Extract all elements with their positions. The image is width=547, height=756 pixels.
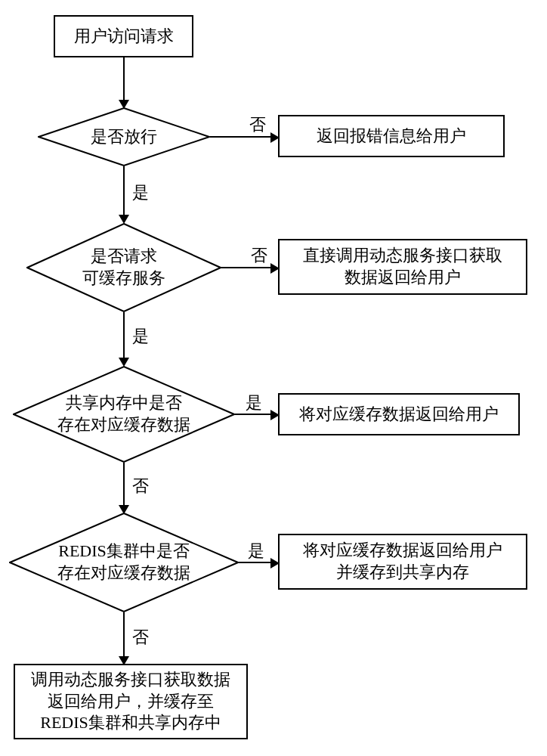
decision-redis-text: REDIS集群中是否 存在对应缓存数据 bbox=[57, 541, 190, 584]
r2-line1: 直接调用动态服务接口获取 bbox=[303, 245, 502, 267]
result-dynamic-text: 直接调用动态服务接口获取 数据返回给用户 bbox=[303, 245, 502, 288]
end-node: 调用动态服务接口获取数据 返回给用户，并缓存至 REDIS集群和共享内存中 bbox=[14, 664, 248, 739]
d4-line1: REDIS集群中是否 bbox=[57, 541, 190, 562]
conn-d1-r1 bbox=[210, 136, 270, 138]
decision-cacheable-text: 是否请求 可缓存服务 bbox=[82, 246, 165, 289]
label-d3-no: 否 bbox=[132, 475, 149, 497]
end-line1: 调用动态服务接口获取数据 bbox=[31, 669, 230, 691]
start-node: 用户访问请求 bbox=[54, 15, 193, 57]
label-d2-yes: 是 bbox=[132, 325, 149, 348]
start-label: 用户访问请求 bbox=[74, 26, 174, 48]
decision-cacheable: 是否请求 可缓存服务 bbox=[26, 223, 221, 312]
d3-line2: 存在对应缓存数据 bbox=[57, 414, 190, 436]
decision-shared-mem: 共享内存中是否 存在对应缓存数据 bbox=[13, 366, 235, 463]
decision-allow-label: 是否放行 bbox=[91, 126, 157, 148]
label-d1-no: 否 bbox=[249, 113, 266, 136]
end-text: 调用动态服务接口获取数据 返回给用户，并缓存至 REDIS集群和共享内存中 bbox=[31, 669, 230, 734]
result-error: 返回报错信息给用户 bbox=[278, 115, 505, 157]
label-d1-yes: 是 bbox=[132, 181, 149, 204]
end-line2: 返回给用户，并缓存至 bbox=[31, 691, 230, 713]
r4-line2: 并缓存到共享内存 bbox=[303, 562, 502, 584]
decision-shared-mem-text: 共享内存中是否 存在对应缓存数据 bbox=[57, 392, 190, 435]
label-d4-yes: 是 bbox=[248, 540, 264, 562]
end-line3: REDIS集群和共享内存中 bbox=[31, 712, 230, 734]
conn-d2-r2 bbox=[221, 267, 270, 268]
result-redis-cache: 将对应缓存数据返回给用户 并缓存到共享内存 bbox=[278, 534, 527, 590]
r4-line1: 将对应缓存数据返回给用户 bbox=[303, 540, 502, 562]
d4-line2: 存在对应缓存数据 bbox=[57, 562, 190, 584]
result-redis-text: 将对应缓存数据返回给用户 并缓存到共享内存 bbox=[303, 540, 502, 583]
conn-d1-d2 bbox=[123, 166, 125, 215]
result-dynamic-call: 直接调用动态服务接口获取 数据返回给用户 bbox=[278, 239, 527, 295]
d2-line2: 可缓存服务 bbox=[82, 268, 165, 290]
conn-d2-d3 bbox=[123, 312, 125, 358]
result-return-cache-label: 将对应缓存数据返回给用户 bbox=[299, 404, 499, 426]
label-d4-no: 否 bbox=[132, 626, 149, 649]
label-d3-yes: 是 bbox=[246, 392, 262, 414]
decision-allow: 是否放行 bbox=[38, 107, 210, 166]
decision-redis: REDIS集群中是否 存在对应缓存数据 bbox=[9, 513, 239, 612]
d3-line1: 共享内存中是否 bbox=[57, 392, 190, 414]
result-error-label: 返回报错信息给用户 bbox=[317, 125, 466, 147]
d2-line1: 是否请求 bbox=[82, 246, 165, 268]
conn-start-d1 bbox=[123, 57, 125, 100]
r2-line2: 数据返回给用户 bbox=[303, 267, 502, 289]
conn-d3-d4 bbox=[123, 463, 125, 505]
label-d2-no: 否 bbox=[251, 244, 267, 267]
conn-d4-end bbox=[123, 612, 125, 656]
result-return-cache: 将对应缓存数据返回给用户 bbox=[278, 393, 520, 435]
